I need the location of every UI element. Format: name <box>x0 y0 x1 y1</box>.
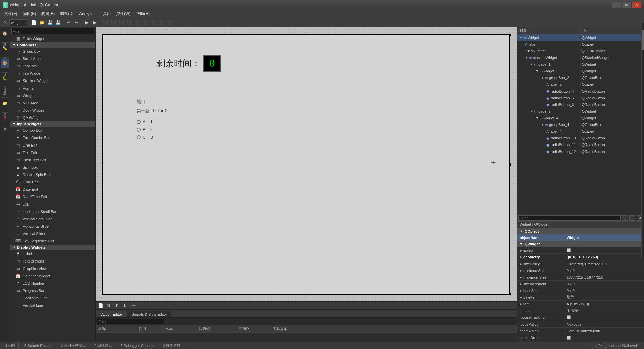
widget-item-qaxwidget[interactable]: ⊕ QAxWidget <box>10 114 95 121</box>
bottom-filter-input[interactable] <box>97 319 164 324</box>
widget-item-plain-text-edit[interactable]: ▭ Plain Text Edit <box>10 156 95 164</box>
toolbar-align-top[interactable]: ⬛ <box>118 19 125 26</box>
widget-item-combo-box[interactable]: ▾ Combo Box <box>10 127 95 134</box>
menu-tools[interactable]: 工具(I) <box>96 10 113 17</box>
status-overview[interactable]: 6 概要信息 <box>160 342 183 349</box>
prop-row-font[interactable]: ▶font A [SimSun, 9] <box>517 301 644 307</box>
widget-item-scroll-area[interactable]: ▭ Scroll Area <box>10 55 95 62</box>
toolbar-layout-v[interactable]: ⬛ <box>142 19 149 26</box>
tree-row-label[interactable]: A label QLabel <box>517 41 644 48</box>
icon-bar-edit-label[interactable]: 编辑 <box>2 53 8 56</box>
tree-row-radio10[interactable]: ◉ radioButton_10 QRadioButton <box>517 135 644 141</box>
action-down[interactable]: ⬇ <box>121 302 128 309</box>
mousetracking-checkbox[interactable] <box>567 315 571 319</box>
widget-item-v-slider[interactable]: ↕ Vertical Slider <box>10 230 95 237</box>
icon-bar-welcome[interactable]: 🏠 <box>1 29 9 38</box>
toolbar-layout-h[interactable]: ⬛ <box>134 19 141 26</box>
widget-item-table-widget[interactable]: ▦ Table Widget <box>10 35 95 42</box>
tree-row-widget[interactable]: ▼ ▭ Widget QWidget <box>517 34 644 41</box>
tab-signals-slots[interactable]: Signals & Slots Editor <box>127 311 171 317</box>
toolbar-save[interactable]: 💾 <box>46 19 54 26</box>
menu-widgets[interactable]: 控件(W) <box>113 10 133 17</box>
toolbar-align-left[interactable]: ⬛ <box>102 19 109 26</box>
prop-row-geometry[interactable]: ▶geometry [(0, 0), 1019 x 763] <box>517 254 644 260</box>
action-delete[interactable]: 🗑 <box>105 302 112 309</box>
minimize-button[interactable]: ─ <box>612 2 621 8</box>
menu-file[interactable]: 文件(F) <box>1 10 20 17</box>
tree-row-radio12[interactable]: ◉ radioButton_12 QRadioButton <box>517 148 644 155</box>
toolbar-undo[interactable]: ↩ <box>65 19 72 26</box>
toolbar-redo[interactable]: ↪ <box>73 19 80 26</box>
prop-add-button[interactable]: + <box>622 215 628 221</box>
toolbar-run[interactable]: ▶ <box>91 19 99 26</box>
menu-analyze[interactable]: Analyze <box>76 11 96 17</box>
canvas-area[interactable]: 剩余时间： 0 ◂▸ 题目 第一题: 1+1 = ? A <box>96 27 517 301</box>
icon-bar-help[interactable]: ❓ <box>1 114 9 123</box>
prop-row-palette[interactable]: ▶palette 继承 <box>517 294 644 301</box>
tab-widget-ui[interactable]: widget.ui <box>9 19 27 26</box>
tree-row-radio11[interactable]: ◉ radioButton_11 QRadioButton <box>517 141 644 148</box>
widget-item-tool-box[interactable]: ▭ Tool Box <box>10 62 95 70</box>
prop-row-windowtitle[interactable]: windowTitle Widget <box>517 341 644 342</box>
menu-debug[interactable]: 调试(D) <box>57 10 76 17</box>
property-filter-input[interactable] <box>518 215 621 221</box>
widget-item-group-box[interactable]: ▭ Group Box <box>10 48 95 55</box>
prop-row-sizepolicy[interactable]: ▶sizePolicy [Preferred, Preferred, 0, 0] <box>517 260 644 267</box>
prop-minus-button[interactable]: − <box>629 215 635 221</box>
action-new[interactable]: 📄 <box>97 302 104 309</box>
category-input-widgets[interactable]: ▼ Input Widgets <box>10 121 95 127</box>
toolbar-close-tab[interactable]: ✕ <box>1 19 9 26</box>
toolbar-align-bottom[interactable]: ⬛ <box>126 19 133 26</box>
tree-row-radio6[interactable]: ◉ radioButton_6 QRadioButton <box>517 101 644 108</box>
widget-filter-input[interactable] <box>11 28 94 34</box>
menu-build[interactable]: 构建(B) <box>39 10 57 17</box>
tree-row-label2[interactable]: A label_2 QLabel <box>517 81 644 88</box>
tree-row-widget4[interactable]: ▼ ▭ widget_4 QWidget <box>517 115 644 121</box>
tree-row-groupbox4[interactable]: ▼ ▭ groupBox_4 QGroupBox <box>517 121 644 128</box>
widget-item-tab-widget[interactable]: ▭ Tab Widget <box>10 70 95 77</box>
widget-item-progress-bar[interactable]: ▭ Progress Bar <box>10 287 95 294</box>
icon-bar-debug-label[interactable]: Debug <box>2 83 7 96</box>
tree-row-widget2[interactable]: ▼ ▭ widget_2 QWidget <box>517 68 644 74</box>
menu-edit[interactable]: 编辑(E) <box>20 10 39 17</box>
tree-row-lcdnumber[interactable]: 7 lcdNumber QLCDNumber <box>517 48 644 54</box>
close-button[interactable]: ✕ <box>632 2 641 8</box>
prop-row-contextmenu[interactable]: contextMenu... DefaultContextMenu <box>517 328 644 334</box>
widget-item-dock-widget[interactable]: ▭ Dock Widget <box>10 107 95 114</box>
toolbar-break-layout[interactable]: ⬛ <box>158 19 165 26</box>
tree-row-radio5[interactable]: ◉ radioButton_5 QRadioButton <box>517 95 644 101</box>
icon-bar-design[interactable]: 🎨 <box>1 59 9 68</box>
widget-item-key-seq-edit[interactable]: ⌨ Key Sequence Edit <box>10 237 95 245</box>
widget-item-spin-box[interactable]: ▲ Spin Box <box>10 164 95 171</box>
widget-item-h-line[interactable]: ─ Horizontal Line <box>10 294 95 302</box>
status-app-output[interactable]: 3 应用程序输出 <box>58 342 89 349</box>
toolbar-grid[interactable]: ⬛ <box>150 19 157 26</box>
toolbar-open[interactable]: 📂 <box>38 19 46 26</box>
status-debugger-console[interactable]: 5 Debugger Console <box>118 342 157 349</box>
widget-item-widget[interactable]: ▭ Widget <box>10 92 95 99</box>
widget-item-label[interactable]: A Label <box>10 250 95 257</box>
tree-row-radio4[interactable]: ◉ radioButton_4 QRadioButton <box>517 88 644 95</box>
widget-item-h-scroll-bar[interactable]: ↔ Horizontal Scroll Bar <box>10 208 95 215</box>
tree-row-page2[interactable]: ▼ ▭ page_2 QWidget <box>517 108 644 115</box>
restore-button[interactable]: ▭ <box>622 2 631 8</box>
tab-action-editor[interactable]: Action Editor <box>97 311 126 317</box>
toolbar-save-all[interactable]: 💾 <box>54 19 62 26</box>
widget-item-text-browser[interactable]: ▭ Text Browser <box>10 257 95 265</box>
icon-bar-design-label[interactable]: 设计 <box>2 68 8 71</box>
status-problems[interactable]: 1 问题 <box>3 342 19 349</box>
widget-item-font-combo-box[interactable]: ▾ Font Combo Box <box>10 134 95 141</box>
widget-item-time-edit[interactable]: ⏱ Time Edit <box>10 178 95 186</box>
widget-item-datetime-edit[interactable]: 📅 Date/Time Edit <box>10 193 95 200</box>
prop-row-minimumsize[interactable]: ▶minimumSize 0 x 0 <box>517 267 644 274</box>
toolbar-build[interactable]: ▶ <box>83 19 91 26</box>
prop-row-acceptdrops[interactable]: acceptDrops <box>517 334 644 341</box>
widget-item-line-edit[interactable]: ▭ Line Edit <box>10 141 95 149</box>
icon-bar-welcome-label[interactable]: 欢迎 <box>2 38 8 41</box>
widget-item-lcd-number[interactable]: 7 LCD Number <box>10 280 95 287</box>
prop-row-maximumsize[interactable]: ▶maximumSize 16777215 x 16777215 <box>517 274 644 281</box>
widget-item-text-edit[interactable]: ▭ Text Edit <box>10 149 95 156</box>
widget-item-graphics-view[interactable]: ▭ Graphics View <box>10 265 95 272</box>
icon-bar-project[interactable]: 📁 <box>1 99 9 108</box>
widget-item-v-line[interactable]: │ Vertical Line <box>10 302 95 309</box>
